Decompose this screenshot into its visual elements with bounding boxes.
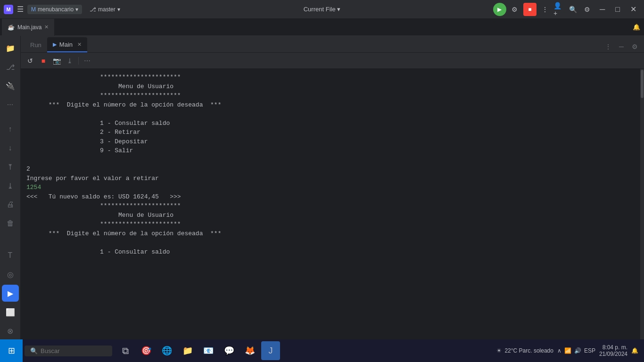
notifications-badge[interactable]: 🔔: [631, 347, 638, 354]
taskbar-app-icons: ⧉ 🎯 🌐 📁 📧 💬 🦊 J: [116, 341, 280, 360]
sys-tray-icons: ∧ 📶 🔊 ESP: [557, 347, 595, 354]
sidebar-icon-run-up[interactable]: ↑: [2, 121, 19, 138]
sidebar-icon-print[interactable]: 🖨: [2, 196, 19, 213]
profiler-icon[interactable]: ⚙: [509, 4, 520, 15]
taskbar-icon-ide[interactable]: J: [261, 341, 280, 360]
start-button[interactable]: ⊞: [0, 339, 23, 362]
sidebar-icon-git[interactable]: ⎇: [2, 58, 19, 75]
stop-icon: ■: [528, 6, 531, 13]
toolbar-separator: [78, 57, 79, 65]
file-tab-main-java[interactable]: ☕ Main.java ✕: [2, 19, 55, 36]
run-tab-more-icon[interactable]: ⋮: [603, 41, 614, 52]
console-line: *** Digite el número de la opción desead…: [26, 229, 638, 239]
add-user-icon[interactable]: 👤+: [553, 4, 565, 15]
branch-name: master: [98, 6, 116, 13]
project-chevron: ▾: [75, 6, 78, 13]
taskbar-icon-whatsapp[interactable]: 💬: [220, 341, 239, 360]
run-tab-settings-icon[interactable]: ⚙: [629, 41, 640, 52]
sidebar-icon-terminal[interactable]: ⬜: [2, 304, 19, 321]
scrollbar-thumb[interactable]: [641, 70, 644, 98]
rerun-button[interactable]: ↺: [25, 55, 36, 66]
search-icon[interactable]: 🔍: [568, 4, 579, 15]
scroll-to-bottom-button[interactable]: ⤓: [64, 55, 75, 66]
file-tabs: ☕ Main.java ✕ 🔔: [0, 19, 644, 36]
more-options-icon[interactable]: ⋮: [539, 4, 551, 15]
sys-tray: ☀ 22°C Parc. soleado: [496, 347, 553, 354]
notifications-icon[interactable]: 🔔: [633, 24, 640, 31]
minimize-button[interactable]: ─: [596, 3, 609, 16]
taskbar-icon-taskview[interactable]: ⧉: [116, 341, 135, 360]
sidebar-icon-services[interactable]: ◎: [2, 266, 19, 283]
run-panel: Run ▶ Main ✕ ⋮ ─ ⚙ ↺ ■ 📷 ⤓ ⋯: [21, 36, 644, 362]
titlebar-left: M ☰ M menubancario ▾ ⎇ master ▾: [4, 5, 489, 14]
date-display: 21/09/2024: [599, 351, 627, 357]
project-selector[interactable]: M menubancario ▾: [27, 5, 82, 14]
vertical-scrollbar[interactable]: [640, 69, 644, 344]
close-button[interactable]: ✕: [627, 3, 640, 16]
run-tab-minimize-icon[interactable]: ─: [616, 41, 627, 52]
titlebar-right: ▶ ⚙ ■ ⋮ 👤+ 🔍 ⚙ ─ □ ✕: [493, 3, 640, 16]
run-tab-actions: ⋮ ─ ⚙: [603, 41, 644, 52]
hamburger-icon[interactable]: ☰: [17, 5, 24, 14]
console-line: [26, 238, 638, 247]
weather-text: 22°C Parc. soleado: [504, 347, 553, 354]
sidebar-icon-problems[interactable]: ⊗: [2, 322, 19, 339]
sidebar-icon-more[interactable]: ···: [2, 96, 19, 113]
sidebar-icon-run[interactable]: ▶: [2, 285, 19, 302]
console-line: 1 - Consultar saldo: [26, 247, 638, 257]
current-file-text: Current File: [304, 6, 336, 13]
tab-main-icon: ▶: [53, 41, 57, 48]
stop-button[interactable]: ■: [523, 3, 537, 16]
taskbar-icon-app1[interactable]: 🎯: [137, 341, 156, 360]
file-tab-label: Main.java: [17, 24, 41, 31]
taskbar-icon-app2[interactable]: 🌐: [157, 341, 176, 360]
console-output: ********************** Menu de Usuario *…: [21, 69, 644, 344]
screenshot-button[interactable]: 📷: [51, 55, 62, 66]
close-tab-icon[interactable]: ✕: [44, 24, 49, 30]
more-options-button[interactable]: ⋯: [82, 55, 93, 66]
tab-run[interactable]: Run: [25, 37, 47, 52]
console-line: 2 - Retirar: [26, 128, 638, 137]
sidebar-icon-folder[interactable]: 📁: [2, 40, 19, 57]
search-input[interactable]: [41, 347, 107, 354]
taskbar-icon-app3[interactable]: 📁: [178, 341, 197, 360]
console-line: Menu de Usuario: [26, 82, 638, 91]
settings-icon[interactable]: ⚙: [582, 4, 593, 15]
current-file-chevron: ▾: [337, 6, 340, 13]
branch-selector[interactable]: ⎇ master ▾: [86, 5, 124, 14]
taskbar-icon-app4[interactable]: 📧: [199, 341, 218, 360]
maximize-button[interactable]: □: [611, 3, 624, 16]
sidebar-icon-plugins[interactable]: 🔌: [2, 77, 19, 94]
taskbar-time[interactable]: 8:04 p. m. 21/09/2024: [599, 344, 627, 357]
sidebar-icon-scroll-top[interactable]: ⤒: [2, 158, 19, 175]
tab-run-label: Run: [30, 41, 41, 49]
titlebar: M ☰ M menubancario ▾ ⎇ master ▾ Current …: [0, 0, 644, 19]
project-name: menubancario: [38, 6, 74, 13]
console-line: **********************: [26, 201, 638, 211]
taskbar-icon-browser[interactable]: 🦊: [240, 341, 259, 360]
tab-main-close[interactable]: ✕: [77, 41, 82, 48]
windows-icon: ⊞: [8, 346, 15, 356]
console-line: [26, 156, 638, 165]
sidebar-icon-scroll-bottom[interactable]: ⤓: [2, 177, 19, 194]
run-button[interactable]: ▶: [493, 3, 506, 16]
language-label[interactable]: ESP: [584, 347, 595, 354]
taskbar-search-icon: 🔍: [30, 347, 38, 354]
sidebar-icon-trash[interactable]: 🗑: [2, 215, 19, 232]
tray-chevron[interactable]: ∧: [557, 347, 561, 354]
console-line: Menu de Usuario: [26, 211, 638, 220]
sidebar-icon-text[interactable]: T: [2, 247, 19, 264]
console-line: 9 - Salir: [26, 146, 638, 156]
taskbar-search[interactable]: 🔍: [25, 346, 112, 356]
stop-button-toolbar[interactable]: ■: [38, 55, 49, 66]
console-input-value: 1254: [26, 183, 638, 192]
current-file-label[interactable]: Current File ▾: [304, 6, 341, 13]
sidebar-icon-run-down[interactable]: ↓: [2, 140, 19, 156]
tab-main[interactable]: ▶ Main ✕: [47, 37, 87, 52]
console-line: [26, 109, 638, 119]
console-balance-line: <<< Tú nuevo saldo es: USD 1624,45 >>>: [26, 192, 638, 202]
console-line: 1 - Consultar saldo: [26, 119, 638, 128]
volume-icon[interactable]: 🔊: [574, 347, 581, 354]
branch-chevron: ▾: [117, 6, 120, 13]
network-icon[interactable]: 📶: [564, 347, 571, 354]
